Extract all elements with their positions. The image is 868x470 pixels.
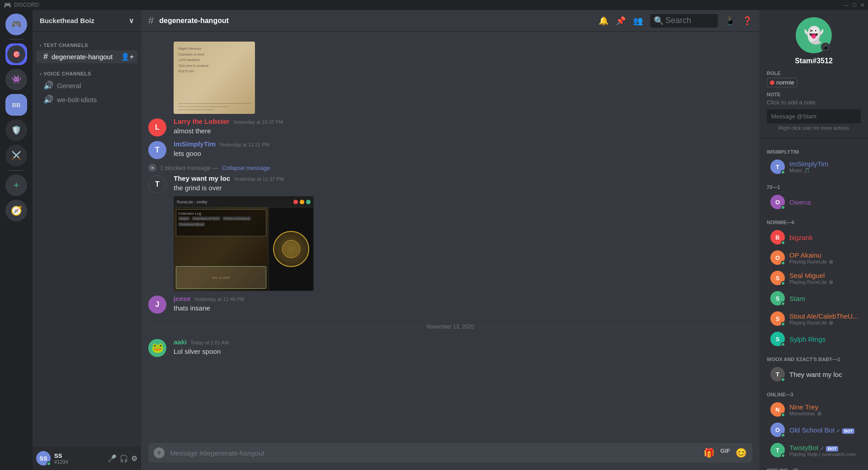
member-status-bigzank xyxy=(781,240,785,245)
member-name-seal-miguel: Seal Miguel xyxy=(789,272,833,279)
msg-header-aaki: aaki Today at 1:01 AM xyxy=(174,338,752,346)
mic-icon[interactable]: 🎤 xyxy=(108,454,117,463)
avatar-larry: L xyxy=(148,118,166,136)
member-name-owena: Owena xyxy=(789,198,811,206)
server-header[interactable]: Buckethead Boiz ∨ xyxy=(33,10,141,32)
channel-item-degenerate-hangout[interactable]: # degenerate-hangout 👤+ xyxy=(36,50,137,63)
headphone-icon[interactable]: 🎧 xyxy=(119,454,128,463)
message-input-area: + 🎁 GIF 😊 xyxy=(141,443,760,470)
server-icon-5[interactable]: ⚔️ xyxy=(5,145,27,166)
note-section-label: NOTE xyxy=(767,92,861,97)
channel-name-general: General xyxy=(57,82,81,89)
username-aaki[interactable]: aaki xyxy=(174,338,187,346)
member-status-op-akainu xyxy=(781,261,785,265)
member-info-owena: Owena xyxy=(789,198,811,206)
member-status-stam xyxy=(781,301,785,306)
username-imsimplytim[interactable]: ImSimplyTim xyxy=(174,140,216,148)
msg-content-jcese: jcese Yesterday at 11:40 PM thats insane xyxy=(174,295,752,314)
server-explore-button[interactable]: 🧭 xyxy=(5,200,27,221)
add-member-icon[interactable]: 👤+ xyxy=(121,52,134,61)
user-status-dot xyxy=(47,461,51,466)
channel-header-name: degenerate-hangout xyxy=(159,17,229,25)
server-icon-1[interactable]: 🎯 xyxy=(5,43,27,65)
member-name-nine-trey: Nine Trey xyxy=(789,403,821,411)
message-stam-input[interactable]: Message @Stam xyxy=(767,109,861,123)
voice-channels-category[interactable]: › VOICE CHANNELS xyxy=(33,64,141,78)
inbox-icon[interactable]: 📱 xyxy=(725,16,735,26)
member-item-seal-miguel[interactable]: S Seal Miguel Playing RuneLite 🖥 xyxy=(763,268,864,288)
server-icon-2[interactable]: 👾 xyxy=(5,69,27,90)
right-click-hint: Right click user for more actions xyxy=(767,125,861,131)
maximize-button[interactable]: ☐ xyxy=(852,2,857,8)
server-name: Buckethead Boiz xyxy=(40,17,94,24)
server-icon-buckethead[interactable]: BB xyxy=(5,94,27,116)
member-info-theywantmyloc: They want my loc xyxy=(789,371,842,378)
member-subtext-op-akainu: Playing RuneLite 🖥 xyxy=(789,259,833,264)
member-item-owena[interactable]: O Owena xyxy=(763,192,864,212)
channel-item-we-bolt-idiots[interactable]: 🔊 we-bolt-idiots xyxy=(36,93,137,106)
msg-content-aaki: aaki Today at 1:01 AM Lol silver spoon xyxy=(174,338,752,357)
attach-button[interactable]: + xyxy=(154,447,165,458)
member-status-imsimplytim xyxy=(781,170,785,174)
gift-icon[interactable]: 🎁 xyxy=(703,447,715,458)
member-item-stout-ale[interactable]: S Stout Ale/CalebTheU... Playing RuneLit… xyxy=(763,309,864,329)
member-avatar-bigzank: B xyxy=(770,230,785,244)
member-item-nine-trey[interactable]: N Nine Trey Mereelukas 🖥 xyxy=(763,400,864,419)
emoji-icon[interactable]: 😊 xyxy=(736,447,747,458)
search-bar[interactable]: 🔍 Search xyxy=(650,14,718,28)
username-larry[interactable]: Larry the Lobster xyxy=(174,118,229,125)
member-avatar-sylph-rings: S xyxy=(770,332,785,346)
server-list: 🎮 🎯 👾 BB 🛡️ ⚔️ + 🧭 xyxy=(0,10,33,470)
username-jcese[interactable]: jcese xyxy=(174,295,191,302)
note-click[interactable]: Click to add a note xyxy=(767,99,861,106)
avatar-jcese: J xyxy=(148,296,166,314)
verified-check-icon-2: ✓ xyxy=(820,446,824,451)
profile-card: 👻 📱 Stam#3512 ROLE normie NOTE Click to … xyxy=(760,10,868,138)
text-channels-category[interactable]: › TEXT CHANNELS xyxy=(33,35,141,50)
settings-icon[interactable]: ⚙ xyxy=(131,454,137,463)
pin-icon[interactable]: 📌 xyxy=(616,16,626,26)
search-label: Search xyxy=(665,16,691,25)
member-category-imsimplytim: ImSimplyTim xyxy=(760,142,868,156)
user-panel: SS SS #1234 🎤 🎧 ⚙ xyxy=(33,446,141,470)
server-add-button[interactable]: + xyxy=(5,174,27,196)
server-icon-discord[interactable]: 🎮 xyxy=(5,14,27,35)
msg-text-aaki: Lol silver spoon xyxy=(174,347,752,356)
msg-content-larry: Larry the Lobster Yesterday at 10:37 PM … xyxy=(174,118,752,136)
server-separator xyxy=(9,39,24,40)
member-name-twistybot: TwistyBot ✓BOT xyxy=(789,444,856,451)
member-subtext-imsimplytim: Music 🎵 xyxy=(789,168,828,174)
member-item-theywantmyloc[interactable]: T They want my loc xyxy=(763,364,864,384)
member-avatar-op-akainu: O xyxy=(770,250,785,265)
bell-icon[interactable]: 🔔 xyxy=(599,16,609,26)
member-info-sylph-rings: Sylph Rings xyxy=(789,335,826,343)
close-button[interactable]: ✕ xyxy=(860,2,864,8)
messages-container[interactable]: Slayer Inference Chambers of Xeric 1,474… xyxy=(141,32,760,443)
member-item-stam[interactable]: S Stam xyxy=(763,288,864,308)
collapse-link[interactable]: Collapse message xyxy=(222,164,270,171)
username-theywant[interactable]: They want my loc xyxy=(174,174,230,182)
gif-icon[interactable]: GIF xyxy=(720,447,730,458)
member-item-twistybot[interactable]: T TwistyBot ✓BOT Playing !help | runewat… xyxy=(763,440,864,460)
member-item-op-akainu[interactable]: O OP Akainu Playing RuneLite 🖥 xyxy=(763,248,864,268)
blocked-x-button[interactable]: ✕ xyxy=(148,164,156,172)
member-name-theywantmyloc: They want my loc xyxy=(789,371,842,378)
member-name-bigzank: bigzank xyxy=(789,234,813,241)
role-badge: normie xyxy=(767,78,797,87)
minimize-button[interactable]: — xyxy=(844,2,849,8)
member-item-imsimplytim[interactable]: T ImSimplyTim Music 🎵 xyxy=(763,157,864,177)
message-input[interactable] xyxy=(170,449,703,457)
date-divider: November 13, 2020 xyxy=(141,316,760,337)
member-item-bigzank[interactable]: B bigzank xyxy=(763,227,864,247)
member-item-old-school-bot[interactable]: O Old School Bot ✓BOT xyxy=(763,420,864,440)
member-name-imsimplytim: ImSimplyTim xyxy=(789,160,828,168)
msg-text-jcese: thats insane xyxy=(174,303,752,313)
msg-text-imsimplytim: lets gooo xyxy=(174,149,752,158)
message-group-theywant: T They want my loc Yesterday at 11:37 PM… xyxy=(141,174,760,292)
channel-item-general[interactable]: 🔊 General xyxy=(36,79,137,92)
member-item-sylph-rings[interactable]: S Sylph Rings xyxy=(763,329,864,349)
server-icon-4[interactable]: 🛡️ xyxy=(5,119,27,141)
help-icon[interactable]: ❓ xyxy=(742,16,752,26)
members-icon[interactable]: 👥 xyxy=(633,16,643,26)
member-avatar-imsimplytim: T xyxy=(770,160,785,174)
